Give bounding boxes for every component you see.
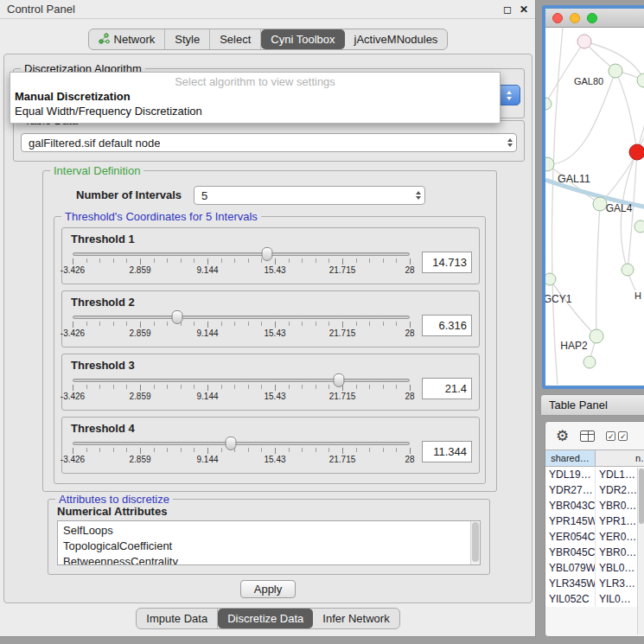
select-all-checkbox-icon[interactable]: ✓: [606, 431, 615, 441]
top-tab-pill: NetworkStyleSelectCyni ToolboxjActiveMNo…: [88, 29, 449, 50]
attribute-items: SelfLoopsTopologicalCoefficientBetweenne…: [58, 521, 480, 565]
table-row[interactable]: YBR043CYBR0…: [545, 498, 644, 513]
network-node-gcy1[interactable]: [545, 273, 556, 285]
threshold-4-slider[interactable]: -3.4262.8599.14415.4321.71528: [73, 436, 410, 467]
table-row[interactable]: YIL052CYIL0…: [545, 591, 644, 607]
network-canvas-svg: GAL80GAL11GAL4GCY1HAP2H: [545, 28, 644, 385]
tab-impute-data[interactable]: Impute Data: [137, 609, 218, 628]
network-node-selected-red[interactable]: [629, 144, 644, 160]
threshold-1-slider-thumb[interactable]: [262, 247, 273, 261]
network-window-titlebar[interactable]: [545, 9, 644, 28]
column-header-2[interactable]: n…: [596, 450, 644, 466]
node-label-gal80: GAL80: [574, 76, 603, 86]
attributes-scrollbar[interactable]: [470, 521, 480, 564]
top-tab-bar: NetworkStyleSelectCyni ToolboxjActiveMNo…: [0, 29, 536, 50]
table-cell[interactable]: YBR043C: [545, 498, 596, 513]
table-data-combobox[interactable]: galFiltered.sif default node: [21, 133, 517, 152]
table-cell[interactable]: YIL052C: [545, 591, 596, 607]
number-of-intervals-combobox[interactable]: 5: [194, 186, 425, 205]
attributes-group: Attributes to discretize Numerical Attri…: [48, 499, 490, 575]
minimize-button[interactable]: [570, 13, 580, 23]
stepper-arrows-icon[interactable]: [416, 191, 421, 200]
table-cell[interactable]: YBL079W: [545, 560, 596, 576]
table-cell[interactable]: YBR045C: [545, 545, 596, 560]
threshold-2-value-field[interactable]: 6.316: [422, 315, 472, 336]
float-window-icon[interactable]: ◻: [503, 3, 512, 16]
tab-select[interactable]: Select: [210, 29, 261, 49]
table-row[interactable]: YLR345WYLR3…: [545, 576, 644, 591]
threshold-2-slider[interactable]: -3.4262.8599.14415.4321.71528: [73, 309, 410, 341]
network-node-left-edge[interactable]: [545, 98, 552, 110]
tick-label: 15.43: [264, 265, 285, 275]
tab-network[interactable]: Network: [89, 29, 166, 49]
threshold-box-4: Threshold 4-3.4262.8599.14415.4321.71528…: [61, 417, 480, 474]
threshold-box-3: Threshold 3-3.4262.8599.14415.4321.71528…: [61, 354, 480, 411]
network-node-lower[interactable]: [583, 356, 596, 368]
threshold-3-slider[interactable]: -3.4262.8599.14415.4321.71528: [73, 373, 410, 404]
tab-discretize-data[interactable]: Discretize Data: [218, 609, 313, 628]
tab-jactivemnodules[interactable]: jActiveMNodules: [345, 29, 448, 49]
tick-label: 9.144: [196, 392, 218, 401]
threshold-4-slider-thumb[interactable]: [226, 437, 237, 450]
tick-label: 15.43: [264, 328, 285, 338]
threshold-label: Threshold 2: [71, 296, 472, 309]
table-body: YDL19…YDL1…YDR27…YDR2…YBR043CYBR0…YPR145…: [545, 467, 644, 607]
table-cell[interactable]: YLR345W: [545, 576, 596, 591]
scrollbar-thumb[interactable]: [639, 469, 644, 524]
scrollbar-thumb[interactable]: [472, 522, 479, 562]
table-row[interactable]: YDL19…YDL1…: [545, 467, 644, 482]
stepper-arrows-icon[interactable]: [507, 138, 513, 147]
threshold-3-slider-thumb[interactable]: [334, 373, 345, 387]
apply-button[interactable]: Apply: [240, 580, 296, 598]
threshold-1-value-field[interactable]: 14.713: [422, 252, 472, 273]
algorithm-option-manual-discretization[interactable]: Manual Discretization: [10, 89, 500, 104]
network-node-top-pink[interactable]: [577, 35, 591, 48]
table-scrollbar[interactable]: [637, 468, 644, 634]
network-node-right-top[interactable]: [637, 73, 644, 87]
threshold-3-value-field[interactable]: 21.4: [422, 378, 472, 399]
select-rows-checkbox-icon[interactable]: ✓: [618, 431, 628, 441]
table-row[interactable]: YBL079WYBL0…: [545, 560, 644, 576]
table-cell[interactable]: YER054C: [545, 529, 596, 545]
tick-label: 9.144: [196, 265, 218, 275]
network-edge: [552, 28, 563, 385]
network-icon: [99, 33, 110, 47]
columns-icon[interactable]: [580, 430, 595, 442]
network-canvas[interactable]: GAL80GAL11GAL4GCY1HAP2H: [545, 28, 644, 385]
column-header-1[interactable]: shared…: [545, 450, 596, 466]
gear-icon[interactable]: ⚙: [556, 429, 569, 443]
tab-cyni-toolbox[interactable]: Cyni Toolbox: [261, 29, 344, 49]
tick-mark: [275, 448, 276, 454]
network-node-hap2[interactable]: [590, 329, 603, 343]
tick-mark: [140, 385, 141, 391]
close-icon[interactable]: ✕: [520, 3, 528, 16]
tick-mark: [342, 322, 343, 328]
tab-label: jActiveMNodules: [354, 33, 438, 46]
combobox-stepper-icon[interactable]: [498, 85, 520, 105]
network-node-h-node[interactable]: [622, 264, 634, 276]
table-cell[interactable]: YDL19…: [545, 467, 596, 482]
threshold-2-slider-thumb[interactable]: [171, 310, 182, 324]
network-node-gal4[interactable]: [593, 197, 607, 211]
table-cell[interactable]: YDR27…: [545, 482, 596, 498]
slider-minor-ticks: [73, 448, 410, 452]
table-panel-titlebar[interactable]: Table Panel: [540, 394, 644, 416]
table-row[interactable]: YPR145WYPR1…: [545, 513, 644, 529]
table-row[interactable]: YDR27…YDR2…: [545, 482, 644, 498]
network-node-gal80[interactable]: [609, 64, 622, 78]
list-item-selfloops[interactable]: SelfLoops: [63, 523, 475, 539]
table-row[interactable]: YBR045CYBR0…: [545, 545, 644, 560]
window-title: Control Panel: [7, 3, 75, 16]
tab-style[interactable]: Style: [165, 29, 210, 49]
algorithm-option-equal-width-frequency-discretization[interactable]: Equal Width/Frequency Discretization: [10, 104, 500, 118]
close-button[interactable]: [552, 13, 563, 23]
threshold-4-value-field[interactable]: 11.344: [422, 441, 472, 462]
table-cell[interactable]: YPR145W: [545, 513, 596, 529]
list-item-topologicalcoefficient[interactable]: TopologicalCoefficient: [63, 539, 475, 554]
table-row[interactable]: YER054CYER0…: [545, 529, 644, 545]
network-node-right-mid[interactable]: [634, 220, 644, 233]
zoom-button[interactable]: [587, 13, 597, 23]
tab-infer-network[interactable]: Infer Network: [313, 609, 399, 628]
list-item-betweennesscentrality[interactable]: BetweennessCentrality: [63, 554, 475, 565]
threshold-1-slider[interactable]: -3.4262.8599.14415.4321.71528: [73, 246, 410, 277]
